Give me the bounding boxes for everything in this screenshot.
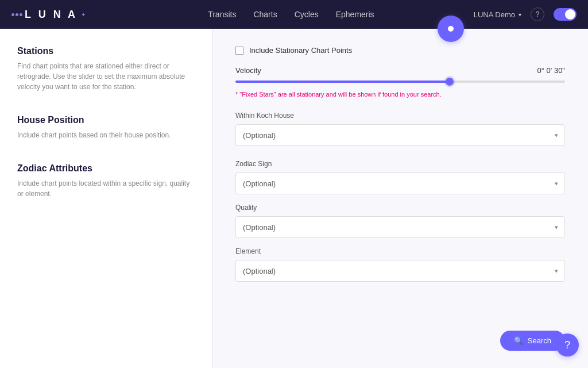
element-select[interactable]: (Optional) (235, 260, 565, 282)
nav-charts[interactable]: Charts (253, 7, 277, 21)
stationary-checkbox-label: Include Stationary Chart Points (249, 46, 352, 55)
velocity-slider-container (235, 80, 565, 83)
logo: L U N A ✦ (11, 9, 86, 21)
house-position-title: House Position (17, 115, 195, 125)
sidebar-section-zodiac-attributes: Zodiac Attributes Include chart points l… (17, 163, 195, 199)
quality-select[interactable]: (Optional) (235, 216, 565, 238)
velocity-slider-thumb[interactable] (446, 78, 454, 86)
element-select-wrapper: (Optional) ▾ (235, 260, 565, 282)
user-name: LUNA Demo (474, 10, 515, 19)
floating-action-circle[interactable] (438, 16, 464, 42)
zodiac-section: Zodiac Sign (Optional) ▾ Quality (Option… (235, 160, 565, 282)
zodiac-attributes-title: Zodiac Attributes (17, 163, 195, 174)
nav-ephemeris[interactable]: Ephemeris (336, 7, 374, 21)
sidebar-section-house-position: House Position Include chart points base… (17, 115, 195, 140)
content-area: Include Stationary Chart Points Velocity… (212, 29, 588, 368)
within-house-select[interactable]: (Optional) (235, 124, 565, 146)
nav-right: LUNA Demo ▾ ? (474, 7, 577, 21)
help-nav-button[interactable]: ? (531, 7, 544, 21)
logo-text: L U N A (25, 9, 78, 21)
velocity-row: Velocity 0° 0' 30" (235, 66, 565, 75)
logo-star-icon: ✦ (81, 12, 86, 18)
velocity-note: * "Fixed Stars" are all stationary and w… (235, 91, 565, 98)
quality-select-wrapper: (Optional) ▾ (235, 216, 565, 238)
within-house-select-wrapper: (Optional) ▾ (235, 124, 565, 146)
zodiac-sign-label: Zodiac Sign (235, 160, 565, 168)
sidebar-section-stations: Stations Find chart points that are stat… (17, 46, 195, 92)
stations-desc: Find chart points that are stationed eit… (17, 61, 195, 92)
logo-icon (11, 13, 22, 16)
help-fab-button[interactable]: ? (556, 334, 579, 356)
logo-dot-1 (11, 13, 14, 16)
navbar: L U N A ✦ Transits Charts Cycles Ephemer… (0, 0, 588, 29)
user-chevron-icon: ▾ (519, 12, 521, 18)
velocity-slider-track (235, 80, 565, 83)
quality-label: Quality (235, 204, 565, 212)
toggle-knob (565, 9, 575, 20)
element-label: Element (235, 247, 565, 255)
nav-links: Transits Charts Cycles Ephemeris (109, 7, 474, 21)
user-menu[interactable]: LUNA Demo ▾ (474, 10, 521, 19)
search-icon: 🔍 (514, 336, 523, 345)
main-layout: Stations Find chart points that are stat… (0, 29, 588, 368)
zodiac-sign-select-wrapper: (Optional) ▾ (235, 172, 565, 194)
stationary-checkbox[interactable] (235, 47, 243, 55)
search-button-label: Search (528, 336, 551, 345)
nav-transits[interactable]: Transits (208, 7, 236, 21)
house-section: Within Koch House (Optional) ▾ (235, 112, 565, 146)
velocity-label: Velocity (235, 66, 261, 75)
theme-toggle[interactable] (554, 8, 577, 21)
zodiac-sign-select[interactable]: (Optional) (235, 172, 565, 194)
search-button[interactable]: 🔍 Search (500, 331, 565, 351)
stationary-checkbox-row: Include Stationary Chart Points (235, 46, 565, 55)
sidebar: Stations Find chart points that are stat… (0, 29, 212, 368)
within-house-label: Within Koch House (235, 112, 565, 120)
nav-cycles[interactable]: Cycles (295, 7, 319, 21)
velocity-slider-fill (235, 80, 450, 83)
logo-dot-2 (16, 13, 18, 16)
stations-title: Stations (17, 46, 195, 56)
house-position-desc: Include chart points based on their hous… (17, 130, 195, 140)
floating-circle-inner (448, 26, 454, 32)
zodiac-attributes-desc: Include chart points located within a sp… (17, 178, 195, 199)
velocity-value: 0° 0' 30" (537, 66, 565, 75)
logo-dot-3 (20, 13, 22, 16)
